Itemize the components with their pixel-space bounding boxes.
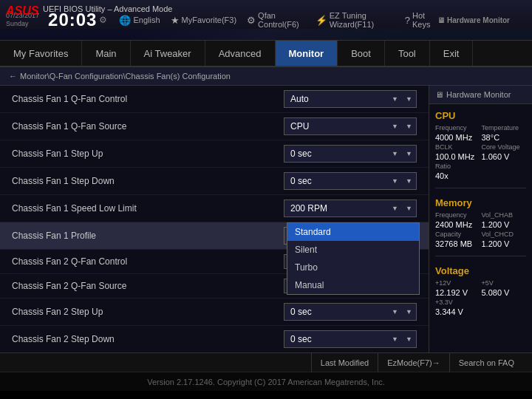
nav-advanced[interactable]: Advanced [205,41,276,66]
form-row-chassis-fan1-source: Chassis Fan 1 Q-Fan Source CPU ▼ [0,113,429,140]
label-chassis-fan2-stepup: Chassis Fan 2 Step Up [12,307,284,317]
hw-cpu-freq-label: Frequency [435,124,480,132]
select-box-chassis-fan1-source[interactable]: CPU ▼ [284,117,417,135]
form-row-chassis-fan1-speedlimit: Chassis Fan 1 Speed Low Limit 200 RPM ▼ [0,195,429,222]
profile-dropdown-popup: Standard Silent Turbo Manual [287,222,420,295]
top-bar: 07/23/2017 Sunday 20:03 ⚙ 🌐 English ★ My… [0,0,532,41]
dropdown-item-silent[interactable]: Silent [287,241,419,259]
main-layout: Chassis Fan 1 Q-Fan Control Auto ▼ Chass… [0,86,532,352]
nav-favorites[interactable]: My Favorites [0,41,82,66]
bottom-bar: Last Modified EzMode(F7)→ Search on FAQ [0,352,532,372]
hw-memory-grid: Frequency Vol_CHAB 2400 MHz 1.200 V Capa… [429,211,532,253]
language-label: English [133,16,160,24]
nav-monitor[interactable]: Monitor [276,41,338,66]
footer: Version 2.17.1246. Copyright (C) 2017 Am… [0,372,532,391]
settings-gear-icon[interactable]: ⚙ [99,15,107,25]
top-icons: 🌐 English ★ MyFavorite(F3) ⚙ Qfan Contro… [119,11,437,29]
navigation-bar: My Favorites Main Ai Tweaker Advanced Mo… [0,41,532,67]
hw-cpu-bclk-label: BCLK [435,143,480,151]
chevron-down-icon: ▼ [392,150,398,157]
last-modified-button[interactable]: Last Modified [311,353,378,372]
label-chassis-fan1-stepdown: Chassis Fan 1 Step Down [12,176,284,186]
label-chassis-fan1-stepup: Chassis Fan 1 Step Up [12,149,284,159]
form-row-chassis-fan2-stepdown: Chassis Fan 2 Step Down 0 sec ▼ [0,326,429,352]
hotkeys-button[interactable]: ? Hot Keys [405,11,437,29]
select-chassis-fan2-stepup[interactable]: 0 sec ▼ [284,303,417,321]
label-chassis-fan1-source: Chassis Fan 1 Q-Fan Source [12,121,284,132]
select-chassis-fan1-control[interactable]: Auto ▼ [284,90,417,108]
select-chassis-fan1-speedlimit[interactable]: 200 RPM ▼ [284,200,417,217]
form-row-chassis-fan1-stepup: Chassis Fan 1 Step Up 0 sec ▼ [0,140,429,168]
hw-section-voltage-title: Voltage [429,259,532,279]
hw-monitor-panel: 🖥 Hardware Monitor CPU Frequency Tempera… [429,86,532,352]
hw-cpu-corevolt-label: Core Voltage [482,143,527,151]
select-box-chassis-fan1-stepdown[interactable]: 0 sec ▼ [284,172,417,190]
select-chassis-fan1-source[interactable]: CPU ▼ [284,117,417,135]
form-row-chassis-fan2-stepup: Chassis Fan 2 Step Up 0 sec ▼ [0,299,429,326]
label-chassis-fan2-stepdown: Chassis Fan 2 Step Down [12,334,284,344]
dropdown-item-standard[interactable]: Standard [287,223,419,241]
dropdown-item-turbo[interactable]: Turbo [287,259,419,276]
label-chassis-fan1-control: Chassis Fan 1 Q-Fan Control [12,94,284,104]
monitor-icon: 🖥 [437,16,445,24]
qfan-label: Qfan Control(F6) [258,11,305,29]
hw-cpu-bclk-value: 100.0 MHz [435,152,480,161]
eztuning-icon: ⚡ [316,15,327,26]
select-box-chassis-fan1-stepup[interactable]: 0 sec ▼ [284,145,417,163]
eztuning-button[interactable]: ⚡ EZ Tuning Wizard(F11) [316,11,395,29]
hw-cpu-grid: Frequency Temperature 4000 MHz 38°C BCLK… [429,124,532,185]
breadcrumb: ← Monitor\Q-Fan Configuration\Chassis Fa… [0,67,532,86]
asus-logo: ASUS [6,4,38,18]
hw-mem-cap-value: 32768 MB [435,239,480,248]
select-box-chassis-fan1-control[interactable]: Auto ▼ [284,90,417,108]
qfan-button[interactable]: ⚙ Qfan Control(F6) [247,11,305,29]
hw-volt-12v-label: +12V [435,279,480,287]
content-area: Chassis Fan 1 Q-Fan Control Auto ▼ Chass… [0,86,429,352]
select-chassis-fan2-stepdown[interactable]: 0 sec ▼ [284,330,417,348]
label-chassis-fan1-profile: Chassis Fan 1 Profile [12,231,284,241]
language-button[interactable]: 🌐 English [119,15,160,26]
myfavorite-label: MyFavorite(F3) [182,16,237,24]
hw-mem-volchab-label: Vol_CHAB [482,211,527,219]
ezmode-button[interactable]: EzMode(F7)→ [378,353,449,372]
nav-main[interactable]: Main [82,41,130,66]
language-icon: 🌐 [119,15,131,26]
nav-exit[interactable]: Exit [430,41,474,66]
hw-monitor-header-label: Hardware Monitor [447,16,510,24]
nav-tool[interactable]: Tool [385,41,430,66]
monitor-panel-icon: 🖥 [435,90,443,99]
hw-voltage-grid: +12V +5V 12.192 V 5.080 V +3.3V 3.344 V [429,279,532,321]
day-display: Sunday [6,20,39,28]
chevron-down-icon: ▼ [392,335,398,343]
label-chassis-fan1-speedlimit: Chassis Fan 1 Speed Low Limit [12,203,284,214]
hw-mem-volchab-value: 1.200 V [482,220,527,229]
form-row-chassis-fan1-control: Chassis Fan 1 Q-Fan Control Auto ▼ [0,86,429,113]
chevron-down-icon: ▼ [392,308,398,316]
myfavorite-button[interactable]: ★ MyFavorite(F3) [171,15,237,26]
select-chassis-fan1-stepup[interactable]: 0 sec ▼ [284,145,417,163]
select-box-chassis-fan1-speedlimit[interactable]: 200 RPM ▼ [284,200,417,217]
nav-boot[interactable]: Boot [338,41,385,66]
qfan-icon: ⚙ [247,15,256,26]
breadcrumb-arrow-icon[interactable]: ← [9,72,17,81]
search-faq-button[interactable]: Search on FAQ [449,353,523,372]
hw-volt-5v-label: +5V [482,279,527,287]
hw-section-memory-title: Memory [429,191,532,211]
chevron-down-icon: ▼ [392,123,398,130]
nav-ai-tweaker[interactable]: Ai Tweaker [131,41,205,66]
hw-cpu-ratio-value: 40x [435,171,480,180]
label-chassis-fan2-control: Chassis Fan 2 Q-Fan Control [12,256,284,267]
select-box-chassis-fan2-stepup[interactable]: 0 sec ▼ [284,303,417,321]
eztuning-label: EZ Tuning Wizard(F11) [330,11,395,29]
select-chassis-fan1-stepdown[interactable]: 0 sec ▼ [284,172,417,190]
hw-monitor-title: Hardware Monitor [446,90,511,99]
form-row-chassis-fan1-stepdown: Chassis Fan 1 Step Down 0 sec ▼ [0,168,429,195]
hw-mem-volchcd-label: Vol_CHCD [482,231,527,238]
chevron-down-icon: ▼ [392,95,398,103]
hotkeys-label: Hot Keys [412,11,437,29]
hw-cpu-temp-value: 38°C [482,133,527,142]
dropdown-item-manual[interactable]: Manual [287,276,419,294]
footer-text: Version 2.17.1246. Copyright (C) 2017 Am… [147,378,385,386]
select-box-chassis-fan2-stepdown[interactable]: 0 sec ▼ [284,330,417,348]
hw-cpu-freq-value: 4000 MHz [435,133,480,142]
